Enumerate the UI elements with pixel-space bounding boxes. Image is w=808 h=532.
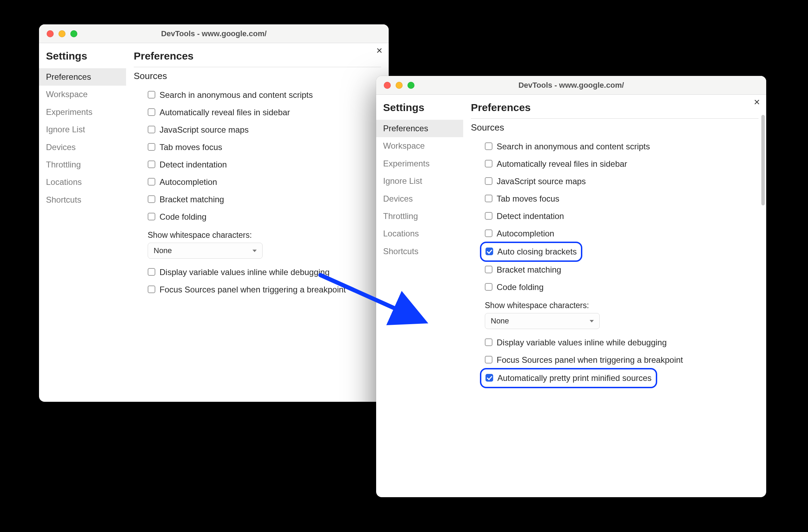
- checkbox[interactable]: [485, 283, 492, 291]
- checkbox-option[interactable]: Autocompletion: [485, 225, 759, 242]
- checkbox-label: Bracket matching: [497, 265, 561, 275]
- checkbox[interactable]: [485, 356, 492, 363]
- checkbox-option[interactable]: Detect indentation: [148, 156, 381, 173]
- sidebar-item-devices[interactable]: Devices: [39, 139, 126, 156]
- whitespace-value: None: [491, 316, 509, 326]
- checkbox[interactable]: [148, 268, 155, 276]
- sidebar-item-preferences[interactable]: Preferences: [39, 68, 126, 86]
- checkbox-option[interactable]: Focus Sources panel when triggering a br…: [485, 351, 759, 369]
- checkbox[interactable]: [485, 248, 493, 255]
- checkbox-option[interactable]: Detect indentation: [485, 208, 759, 225]
- checkbox-option[interactable]: Automatically pretty print minified sour…: [481, 369, 656, 387]
- whitespace-dropdown[interactable]: None: [485, 313, 600, 329]
- titlebar[interactable]: DevTools - www.google.com/: [39, 24, 389, 43]
- whitespace-label: Show whitespace characters:: [148, 230, 381, 240]
- checkbox[interactable]: [148, 161, 155, 168]
- sidebar-item-experiments[interactable]: Experiments: [39, 103, 126, 121]
- checkbox[interactable]: [148, 195, 155, 203]
- sidebar-item-workspace[interactable]: Workspace: [39, 86, 126, 103]
- checkbox-option[interactable]: JavaScript source maps: [148, 121, 381, 139]
- sidebar-item-throttling[interactable]: Throttling: [39, 156, 126, 173]
- chevron-down-icon: [590, 320, 594, 322]
- checkbox[interactable]: [485, 195, 492, 202]
- checkbox-label: Detect indentation: [160, 159, 227, 170]
- traffic-zoom-icon[interactable]: [70, 30, 77, 37]
- checkbox[interactable]: [148, 178, 155, 186]
- devtools-window-right: DevTools - www.google.com/ × Settings Pr…: [376, 76, 766, 497]
- sidebar-item-preferences[interactable]: Preferences: [376, 120, 463, 137]
- sidebar-item-shortcuts[interactable]: Shortcuts: [376, 243, 463, 260]
- titlebar[interactable]: DevTools - www.google.com/: [376, 76, 766, 95]
- traffic-minimize-icon[interactable]: [59, 30, 65, 37]
- sidebar-item-workspace[interactable]: Workspace: [376, 137, 463, 155]
- checkbox-label: Detect indentation: [497, 211, 564, 221]
- checkbox[interactable]: [148, 108, 155, 116]
- checkbox-option[interactable]: Bracket matching: [485, 261, 759, 279]
- checkbox[interactable]: [148, 213, 155, 220]
- checkbox-label: Focus Sources panel when triggering a br…: [160, 284, 346, 295]
- checkbox[interactable]: [148, 91, 155, 99]
- sidebar-item-locations[interactable]: Locations: [39, 173, 126, 191]
- sidebar-item-experiments[interactable]: Experiments: [376, 155, 463, 172]
- preferences-content: Preferences Sources Search in anonymous …: [126, 43, 389, 402]
- sidebar-item-shortcuts[interactable]: Shortcuts: [39, 191, 126, 209]
- whitespace-dropdown[interactable]: None: [148, 243, 263, 259]
- checkbox-option[interactable]: Code folding: [485, 279, 759, 296]
- checkbox-option[interactable]: Search in anonymous and content scripts: [485, 138, 759, 155]
- checkbox-option[interactable]: Focus Sources panel when triggering a br…: [148, 281, 381, 298]
- checkbox-label: Search in anonymous and content scripts: [497, 141, 650, 152]
- whitespace-label: Show whitespace characters:: [485, 301, 759, 310]
- checkbox[interactable]: [485, 374, 493, 382]
- checkbox-option[interactable]: Automatically reveal files in sidebar: [148, 104, 381, 121]
- checkbox-option[interactable]: Display variable values inline while deb…: [485, 334, 759, 351]
- scrollbar[interactable]: [761, 115, 765, 205]
- checkbox-label: Auto closing brackets: [497, 247, 577, 257]
- checkbox-label: Display variable values inline while deb…: [160, 267, 329, 277]
- traffic-close-icon[interactable]: [384, 82, 391, 89]
- checkbox[interactable]: [485, 229, 492, 237]
- checkbox-option[interactable]: Bracket matching: [148, 191, 381, 208]
- checkbox[interactable]: [485, 160, 492, 167]
- page-title: Preferences: [134, 48, 381, 67]
- whitespace-value: None: [154, 246, 172, 255]
- checkbox-label: Tab moves focus: [497, 194, 559, 204]
- checkbox[interactable]: [148, 285, 155, 293]
- checkbox[interactable]: [485, 142, 492, 150]
- section-sources: Sources: [134, 71, 381, 81]
- checkbox-label: Tab moves focus: [160, 142, 222, 152]
- sidebar-item-ignore-list[interactable]: Ignore List: [376, 172, 463, 190]
- checkbox-label: Autocompletion: [160, 177, 217, 187]
- preferences-content: Preferences Sources Search in anonymous …: [463, 95, 766, 497]
- checkbox-option[interactable]: Search in anonymous and content scripts: [148, 86, 381, 104]
- sidebar-item-ignore-list[interactable]: Ignore List: [39, 121, 126, 138]
- checkbox[interactable]: [485, 212, 492, 220]
- sidebar-item-locations[interactable]: Locations: [376, 225, 463, 242]
- section-sources: Sources: [471, 122, 759, 133]
- traffic-zoom-icon[interactable]: [407, 82, 414, 89]
- checkbox[interactable]: [148, 143, 155, 151]
- sidebar-title: Settings: [376, 100, 463, 120]
- checkbox-option[interactable]: Automatically reveal files in sidebar: [485, 155, 759, 173]
- checkbox-option[interactable]: JavaScript source maps: [485, 173, 759, 190]
- checkbox-option[interactable]: Auto closing brackets: [481, 243, 581, 260]
- checkbox-option[interactable]: Code folding: [148, 208, 381, 226]
- traffic-minimize-icon[interactable]: [396, 82, 403, 89]
- checkbox-option[interactable]: Tab moves focus: [485, 190, 759, 208]
- checkbox-label: JavaScript source maps: [497, 176, 586, 187]
- checkbox-label: Bracket matching: [160, 194, 224, 205]
- checkbox-option[interactable]: Tab moves focus: [148, 139, 381, 156]
- checkbox-label: Automatically reveal files in sidebar: [160, 107, 290, 118]
- checkbox-option[interactable]: Display variable values inline while deb…: [148, 264, 381, 281]
- checkbox[interactable]: [485, 338, 492, 346]
- checkbox[interactable]: [485, 177, 492, 185]
- checkbox[interactable]: [148, 126, 155, 133]
- checkbox[interactable]: [485, 266, 492, 273]
- checkbox-label: Automatically reveal files in sidebar: [497, 159, 627, 169]
- sidebar-item-throttling[interactable]: Throttling: [376, 208, 463, 225]
- traffic-close-icon[interactable]: [47, 30, 54, 37]
- checkbox-option[interactable]: Autocompletion: [148, 173, 381, 191]
- page-title: Preferences: [471, 100, 759, 119]
- checkbox-label: Focus Sources panel when triggering a br…: [497, 355, 683, 365]
- settings-sidebar: Settings Preferences Workspace Experimen…: [376, 95, 463, 497]
- sidebar-item-devices[interactable]: Devices: [376, 190, 463, 208]
